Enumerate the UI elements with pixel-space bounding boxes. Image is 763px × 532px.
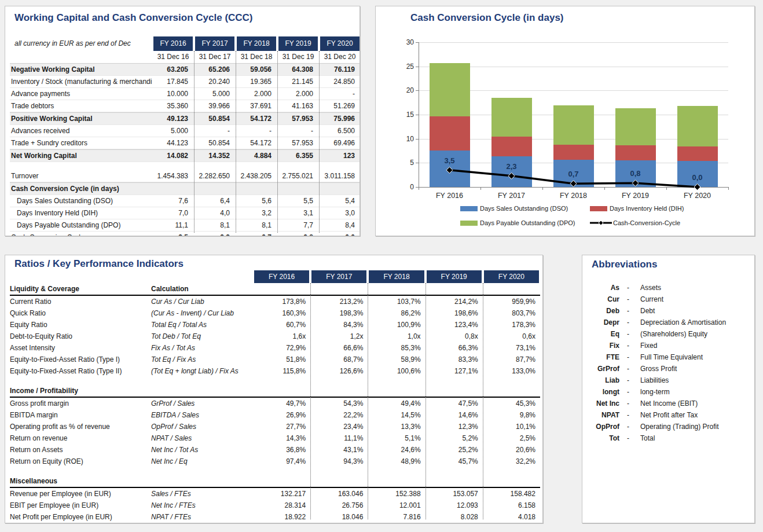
abbreviation-full: Fixed bbox=[637, 340, 751, 351]
working-capital-panel: Working Capital and Cash Conversion Cycl… bbox=[5, 6, 360, 236]
cell-value: 5,1% bbox=[368, 432, 425, 444]
cell-value: 49,7% bbox=[253, 398, 310, 409]
table-row: Advance payments10.0005.0002.0002.000- bbox=[10, 88, 360, 100]
cell-value: 2.755.021 bbox=[277, 170, 319, 182]
abbreviation-row: As-Assets bbox=[587, 282, 751, 293]
section-header-spacer bbox=[253, 283, 310, 295]
row-calculation: (Cur As - Invent) / Cur Liab bbox=[151, 307, 253, 319]
cell-value: 8,1 bbox=[236, 219, 277, 231]
y-axis-label: 10 bbox=[399, 135, 414, 143]
y-axis-label: 20 bbox=[399, 86, 414, 94]
cell-value: 84,3% bbox=[310, 319, 368, 331]
cell-value bbox=[194, 162, 236, 170]
row-label: Current Ratio bbox=[10, 296, 151, 307]
table-row: Cash Conversion Cycle (in days) bbox=[10, 182, 360, 195]
row-label: Return on revenue bbox=[10, 432, 151, 444]
cell-value: 13,3% bbox=[368, 421, 425, 432]
cell-value: 12,3% bbox=[425, 421, 483, 432]
x-axis-line bbox=[419, 187, 728, 188]
cell-value bbox=[194, 183, 236, 195]
cell-value: 63.205 bbox=[152, 64, 194, 75]
bar-segment bbox=[491, 137, 532, 156]
abbreviations-panel: Abbreviations As-AssetsCur-CurrentDeb-De… bbox=[582, 255, 755, 523]
cell-value: 803,7% bbox=[483, 307, 540, 319]
cell-value: 163.046 bbox=[310, 488, 368, 500]
row-label: Advances received bbox=[10, 125, 152, 137]
cell-value: 32,2% bbox=[483, 456, 540, 467]
cell-value: 2.000 bbox=[236, 88, 277, 100]
cell-value: 69.496 bbox=[319, 137, 360, 149]
abbreviation-key: Deb bbox=[587, 305, 619, 317]
legend-item: Days Sales Outstanding (DSO) bbox=[460, 205, 568, 212]
date-subheader-spacer bbox=[10, 51, 152, 63]
y-axis-label: 30 bbox=[399, 38, 414, 46]
abbreviation-row: longt-long-term bbox=[587, 386, 751, 398]
abbreviation-key: Depr bbox=[587, 317, 619, 328]
abbreviation-full: Total bbox=[637, 432, 751, 444]
section-header-spacer bbox=[310, 475, 368, 487]
cell-value: 50.854 bbox=[194, 113, 236, 124]
line-data-label: 2,3 bbox=[497, 162, 526, 171]
row-calculation: Net Inc / Tot As bbox=[151, 444, 253, 456]
fy-column-header: FY 2018 bbox=[237, 36, 276, 51]
abbreviation-full: Assets bbox=[637, 282, 751, 293]
cell-value bbox=[236, 162, 277, 170]
column-dotted-separator bbox=[368, 283, 368, 519]
row-label: Quick Ratio bbox=[10, 307, 151, 319]
row-calculation: Sales / FTEs bbox=[151, 488, 253, 500]
cell-value: 25,2% bbox=[425, 444, 483, 456]
row-label: Trade + Sundry creditors bbox=[10, 137, 152, 149]
cell-value: - bbox=[277, 125, 319, 137]
x-axis-tick bbox=[480, 187, 481, 190]
cell-value: 49.123 bbox=[152, 113, 194, 124]
cell-value: 160,3% bbox=[253, 307, 310, 319]
x-axis-tick bbox=[604, 187, 605, 190]
cell-value: 47,5% bbox=[425, 398, 483, 409]
abbreviation-row: Tot-Total bbox=[587, 432, 751, 444]
cell-value bbox=[152, 183, 194, 195]
cell-value: 24.850 bbox=[319, 76, 360, 87]
ratios-header-spacer bbox=[151, 270, 253, 283]
row-label: Operating profit as % of revenue bbox=[10, 421, 151, 432]
table-row: Equity-to-Fixed-Asset Ratio (Type II)(To… bbox=[10, 365, 540, 377]
legend-swatch bbox=[460, 221, 478, 226]
fy-column-header: FY 2019 bbox=[278, 36, 318, 51]
legend-item: Days Payable Outstanding (DPO) bbox=[460, 219, 575, 226]
column-dotted-separator bbox=[277, 51, 278, 233]
cell-value: 27,7% bbox=[253, 421, 310, 432]
ratios-header-spacer bbox=[10, 270, 151, 283]
cell-value: 123,4% bbox=[425, 319, 483, 331]
column-dotted-separator bbox=[310, 283, 311, 519]
cell-value: 51,8% bbox=[253, 354, 310, 365]
working-capital-table: all currency in EUR as per end of Dec FY… bbox=[10, 36, 360, 236]
cell-value: 8.028 bbox=[425, 511, 483, 523]
abbreviation-key: longt bbox=[587, 386, 619, 398]
abbreviation-key: As bbox=[587, 282, 619, 293]
bar-segment bbox=[491, 98, 532, 137]
abbreviation-separator: - bbox=[619, 375, 637, 386]
cell-value: 5.000 bbox=[152, 125, 194, 137]
table-row: Return on revenueNPAT / Sales14,3%11,1%5… bbox=[10, 432, 540, 444]
legend-label: Cash-Conversion-Cycle bbox=[613, 219, 680, 226]
table-row: Days Payable Outstanding (DPO)11,18,18,1… bbox=[10, 219, 360, 232]
bar-segment bbox=[491, 156, 532, 187]
row-label: EBITDA margin bbox=[10, 409, 151, 421]
abbreviation-separator: - bbox=[619, 305, 637, 317]
abbreviation-separator: - bbox=[619, 282, 637, 293]
cell-value: 2.000 bbox=[277, 88, 319, 100]
cell-value: 83,3% bbox=[425, 354, 483, 365]
section-header-row: Income / Profitability bbox=[10, 385, 540, 398]
row-label: Debt-to-Equity Ratio bbox=[10, 331, 151, 342]
abbreviation-row: Net Inc-Net Income (EBIT) bbox=[587, 398, 751, 409]
cell-value: 9,8% bbox=[483, 409, 540, 421]
abbreviation-separator: - bbox=[619, 351, 637, 363]
cell-value: 86,2% bbox=[368, 307, 425, 319]
section-header: Liquidity & Coverage bbox=[10, 283, 151, 295]
cell-value: 0,6x bbox=[483, 331, 540, 342]
fy-column-header: FY 2016 bbox=[153, 36, 193, 51]
abbreviation-separator: - bbox=[619, 421, 637, 432]
cell-value: 73,1% bbox=[483, 342, 540, 354]
abbreviation-row: Liab-Liabilities bbox=[587, 375, 751, 386]
abbreviation-separator: - bbox=[619, 363, 637, 375]
column-dotted-separator bbox=[236, 51, 236, 233]
